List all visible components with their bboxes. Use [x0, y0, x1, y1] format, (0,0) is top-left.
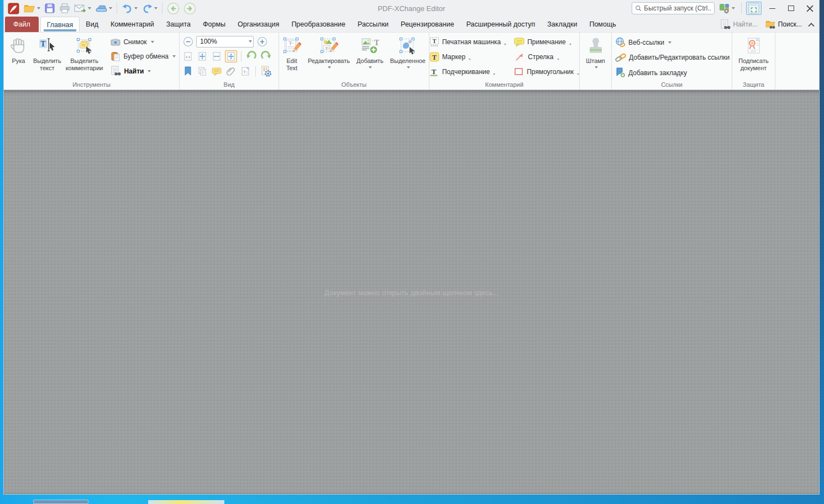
hand-tool-button[interactable]: Рука: [6, 34, 31, 81]
tab-organizatsiya[interactable]: Организация: [232, 17, 285, 32]
open-file-button[interactable]: [22, 1, 42, 15]
sign-document-icon: [744, 35, 763, 56]
content-pane-button[interactable]: T: [239, 65, 251, 77]
web-links-button[interactable]: Веб-ссылки: [614, 36, 731, 48]
svg-text:T: T: [432, 54, 437, 61]
edit-objects-button[interactable]: T Редактировать: [306, 34, 352, 81]
scan-dropdown-icon: [109, 7, 112, 9]
find-button[interactable]: Найти...: [720, 19, 757, 30]
scan-button[interactable]: [93, 1, 114, 15]
fullscreen-button[interactable]: [746, 2, 762, 15]
tab-retsenzirovanie[interactable]: Рецензирование: [395, 17, 460, 32]
separator: [255, 66, 256, 77]
maximize-button[interactable]: [783, 2, 799, 15]
redo-button[interactable]: [140, 1, 159, 15]
group-label: Ссылки: [612, 81, 732, 90]
zoom-out-icon: [183, 36, 193, 47]
minimize-button[interactable]: [764, 2, 780, 15]
undo-button[interactable]: [120, 1, 139, 15]
group-view: 1:1: [180, 33, 279, 90]
select-comments-button[interactable]: Выделить комментарии: [64, 34, 106, 81]
tab-rasshirennyy-dostup[interactable]: Расширенный доступ: [460, 17, 542, 32]
properties-pane-button[interactable]: [260, 65, 272, 77]
tab-rassylki[interactable]: Рассылки: [351, 17, 395, 32]
attachments-button[interactable]: [225, 65, 237, 77]
add-edit-links-button[interactable]: Добавить/Редактировать ссылки: [614, 52, 731, 63]
find-icon: [111, 66, 121, 76]
zoom-dropdown-icon: [249, 40, 252, 43]
selected-objects-button[interactable]: Выделенное: [388, 34, 428, 81]
zoom-level-combobox[interactable]: [196, 36, 254, 48]
arrow-tool-button[interactable]: Стрелка: [513, 51, 580, 62]
copy-pages-button[interactable]: [196, 65, 208, 77]
app-logo-icon[interactable]: [6, 1, 21, 15]
edit-text-button[interactable]: T Edit Text: [280, 34, 303, 81]
ui-options-button[interactable]: [717, 1, 737, 15]
arrow-tool-icon: [514, 52, 525, 62]
zoom-in-button[interactable]: [256, 35, 268, 48]
fit-visible-button[interactable]: [225, 50, 237, 62]
find-tool-button[interactable]: Найти: [109, 65, 177, 77]
fit-width-button[interactable]: [211, 50, 223, 62]
underline-dropdown-icon: [493, 74, 495, 75]
tab-preobrazovanie[interactable]: Преобразование: [285, 17, 351, 32]
nav-back-button[interactable]: [165, 1, 181, 15]
email-button[interactable]: [72, 1, 93, 15]
minimize-icon: [769, 8, 775, 9]
add-bookmark-icon: [615, 67, 626, 78]
typewriter-dropdown-icon: [504, 44, 506, 45]
print-button[interactable]: [57, 1, 72, 15]
rectangle-dropdown-icon: [577, 74, 579, 75]
stamp-dropdown-icon: [595, 66, 598, 69]
actual-size-button[interactable]: 1:1: [182, 50, 194, 62]
comments-pane-button[interactable]: [211, 65, 223, 77]
save-button[interactable]: [43, 1, 57, 15]
rectangle-tool-button[interactable]: Прямоугольник: [513, 66, 580, 77]
search-button[interactable]: Поиск...: [765, 19, 802, 29]
group-label: Объекты: [279, 81, 429, 90]
note-button[interactable]: Примечание: [513, 36, 580, 48]
stamp-button[interactable]: Штамп: [582, 34, 609, 81]
quick-launch-input[interactable]: [644, 4, 711, 12]
underline-button[interactable]: T Подчеркивание: [428, 66, 507, 77]
fit-page-button[interactable]: [196, 50, 208, 62]
document-area[interactable]: Документ можно открыть двойным щелчком з…: [4, 90, 819, 494]
tab-kommentariy[interactable]: Комментарий: [104, 17, 160, 32]
group-label: Защита: [732, 81, 775, 90]
tab-file[interactable]: Файл: [5, 17, 39, 32]
nav-forward-button[interactable]: [182, 1, 198, 15]
tab-zakladki[interactable]: Закладки: [541, 17, 583, 32]
clipboard-button[interactable]: Буфер обмена: [109, 51, 177, 62]
sign-document-button[interactable]: Подписать документ: [734, 34, 773, 81]
svg-text:1:1: 1:1: [186, 55, 191, 59]
add-object-button[interactable]: T Добавить: [354, 34, 386, 81]
rotate-ccw-button[interactable]: [245, 50, 258, 62]
quick-launch-search[interactable]: [632, 2, 715, 14]
bookmark-icon: [183, 66, 193, 76]
add-object-icon: T: [360, 35, 379, 56]
tab-zashchita[interactable]: Защита: [160, 17, 197, 32]
bookmarks-button[interactable]: [182, 65, 194, 77]
search-folder-icon: [765, 19, 776, 29]
tab-vid[interactable]: Вид: [80, 17, 104, 32]
svg-text:T: T: [432, 67, 437, 76]
collapse-ribbon-button[interactable]: [809, 22, 813, 27]
comment-bubble-icon: [212, 66, 222, 76]
close-button[interactable]: [801, 2, 818, 15]
snapshot-dropdown-icon: [151, 41, 154, 43]
add-bookmark-button[interactable]: Добавить закладку: [614, 67, 731, 78]
tab-formy[interactable]: Формы: [197, 17, 232, 32]
tab-pomoshch[interactable]: Помощь: [583, 17, 622, 32]
rotate-cw-button[interactable]: [260, 50, 272, 62]
snapshot-button[interactable]: Снимок: [109, 36, 177, 48]
separator: [117, 3, 117, 14]
typewriter-button[interactable]: T Печатная машинка: [428, 36, 507, 48]
highlight-button[interactable]: T Маркер: [428, 51, 507, 62]
zoom-level-input[interactable]: [200, 38, 248, 45]
search-label: Поиск...: [778, 20, 802, 28]
fit-visible-icon: [226, 51, 236, 61]
taskbar-item-fragment: [148, 500, 224, 504]
select-text-button[interactable]: T Выделить текст: [31, 34, 64, 81]
zoom-out-button[interactable]: [182, 35, 194, 48]
tab-glavnaya[interactable]: Главная: [40, 17, 80, 32]
